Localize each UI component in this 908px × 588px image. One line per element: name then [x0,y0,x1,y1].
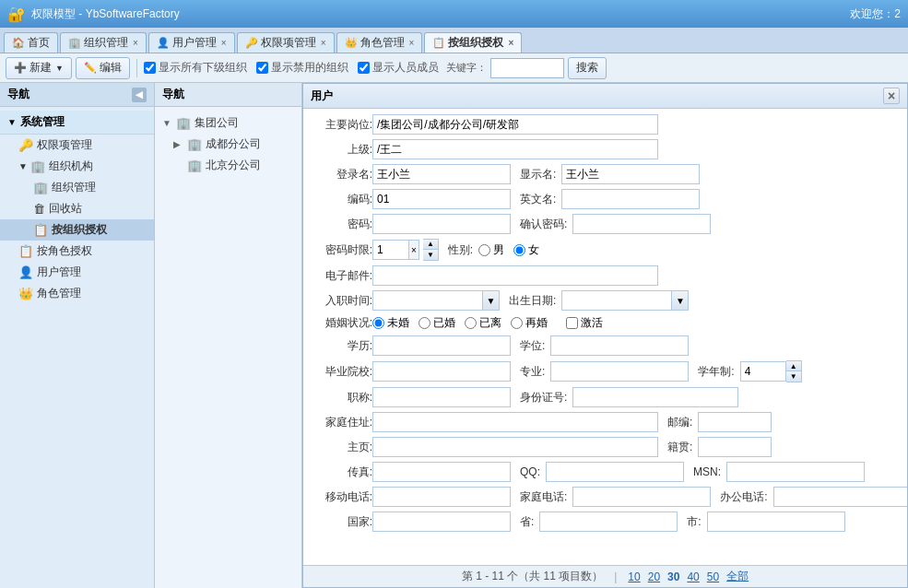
sidebar-item-usermgr[interactable]: 👤 用户管理 [0,262,154,283]
email-input[interactable] [372,265,658,286]
superior-input[interactable] [372,139,658,159]
mobile-input[interactable] [372,487,511,507]
dialog-close-button[interactable]: × [883,88,900,104]
marital-married[interactable]: 已婚 [419,315,455,331]
show-all-check[interactable]: 显示所有下级组织 [144,60,247,76]
degree-input[interactable] [550,335,689,356]
show-members-checkbox[interactable] [358,62,370,74]
show-members-check[interactable]: 显示人员成员 [358,60,439,76]
city-input[interactable] [707,512,845,532]
page-50[interactable]: 50 [707,570,719,583]
page-40[interactable]: 40 [687,570,699,583]
new-dropdown-icon[interactable]: ▼ [55,64,64,73]
birth-date-field[interactable] [561,290,672,311]
new-button[interactable]: ➕ 新建 ▼ [6,57,72,79]
sidebar-item-org-group[interactable]: ▼ 🏢 组织机构 [0,156,154,177]
homepage-input[interactable] [372,437,658,457]
school-year-down[interactable]: ▼ [786,371,801,382]
office-phone-input[interactable] [773,487,907,507]
tab-user-close[interactable]: × [221,38,227,48]
sidebar-item-orgmgr[interactable]: 🏢 组织管理 [0,177,154,198]
org-item-group[interactable]: ▼ 🏢 集团公司 [159,112,298,134]
show-all-checkbox[interactable] [144,62,156,74]
pw-limit-spinner-btns[interactable]: ▲ ▼ [423,239,439,261]
tab-org-close[interactable]: × [133,38,138,48]
org-item-chengdu[interactable]: ▶ 🏢 成都分公司 [159,134,298,155]
tab-home[interactable]: 🏠 首页 [4,32,58,53]
home-phone-input[interactable] [572,487,711,507]
country-input[interactable] [372,512,511,532]
title-input[interactable] [372,387,511,407]
tab-role[interactable]: 👑 角色管理 × [336,32,423,53]
tab-orgperm-close[interactable]: × [508,38,513,48]
gender-female-option[interactable]: 女 [513,242,539,258]
marital-divorced[interactable]: 已离 [465,315,501,331]
qq-input[interactable] [546,462,684,482]
pw-limit-down[interactable]: ▼ [423,250,438,260]
marital-unmarried-radio[interactable] [372,317,384,329]
sidebar-item-recycle[interactable]: 🗑 回收站 [0,198,154,219]
page-all[interactable]: 全部 [726,569,749,584]
sidebar-item-orgperm[interactable]: 📋 按组织授权 [0,219,154,241]
birth-date-input[interactable]: ▼ [561,290,689,311]
education-input[interactable] [372,335,511,356]
gender-male-radio[interactable] [478,244,490,256]
search-button[interactable]: 搜索 [568,57,607,79]
school-year-spinner[interactable]: ▲ ▼ [786,360,802,382]
sidebar-collapse-button[interactable]: ◀ [132,88,147,102]
pw-limit-clear[interactable]: × [409,240,419,260]
group-expand-icon[interactable]: ▼ [162,118,173,128]
tab-perm[interactable]: 🔑 权限项管理 × [237,32,335,53]
page-30[interactable]: 30 [667,570,679,583]
sidebar-item-permmgr[interactable]: 🔑 权限项管理 [0,135,154,156]
school-year-ctrl[interactable]: ▲ ▼ [740,360,802,382]
province-input[interactable] [539,512,678,532]
hometown-input[interactable] [698,437,772,457]
school-year-up[interactable]: ▲ [786,361,801,371]
home-address-input[interactable] [372,412,658,432]
login-name-input[interactable] [372,164,511,184]
display-name-input[interactable] [561,164,700,184]
show-disabled-check[interactable]: 显示禁用的组织 [256,60,348,76]
keyword-input[interactable] [490,58,564,78]
sidebar-item-rolemgr[interactable]: 👑 角色管理 [0,283,154,304]
school-year-input[interactable] [740,361,786,382]
id-card-input[interactable] [572,387,738,407]
sidebar-item-roleperm[interactable]: 📋 按角色授权 [0,241,154,262]
marital-remarried[interactable]: 再婚 [511,315,548,331]
pw-limit-spinner[interactable]: × ▲ ▼ [372,239,439,261]
gender-female-radio[interactable] [513,244,525,256]
tab-user[interactable]: 👤 用户管理 × [148,32,235,53]
confirm-pw-input[interactable] [572,214,711,234]
pw-limit-input[interactable] [372,240,409,260]
hire-date-field[interactable] [372,290,483,311]
hire-date-picker[interactable]: ▼ [483,290,500,311]
tab-perm-close[interactable]: × [321,38,326,48]
english-name-input[interactable] [561,189,700,209]
school-input[interactable] [372,361,511,382]
code-input[interactable] [372,189,511,209]
activate-check[interactable]: 激活 [566,315,603,331]
page-10[interactable]: 10 [628,570,640,583]
fax-input[interactable] [372,462,511,482]
activate-checkbox[interactable] [566,317,578,329]
marital-divorced-radio[interactable] [465,317,477,329]
password-input[interactable] [372,214,511,234]
birth-date-picker[interactable]: ▼ [672,290,689,311]
msn-input[interactable] [726,462,865,482]
chengdu-expand-icon[interactable]: ▶ [173,139,184,149]
hire-date-input[interactable]: ▼ [372,290,500,311]
marital-remarried-radio[interactable] [511,317,523,329]
sidebar-section-system[interactable]: ▼ 系统管理 [0,111,154,135]
edit-button[interactable]: ✏️ 编辑 [76,57,130,79]
tab-role-close[interactable]: × [409,38,415,48]
major-input[interactable] [550,361,689,382]
show-disabled-checkbox[interactable] [256,62,268,74]
tab-org[interactable]: 🏢 组织管理 × [60,32,147,53]
main-post-input[interactable] [372,114,658,135]
page-20[interactable]: 20 [648,570,660,583]
org-item-beijing[interactable]: ▶ 🏢 北京分公司 [159,155,298,176]
tab-orgperm[interactable]: 📋 按组织授权 × [424,32,522,53]
gender-male-option[interactable]: 男 [478,242,504,258]
marital-married-radio[interactable] [419,317,430,329]
